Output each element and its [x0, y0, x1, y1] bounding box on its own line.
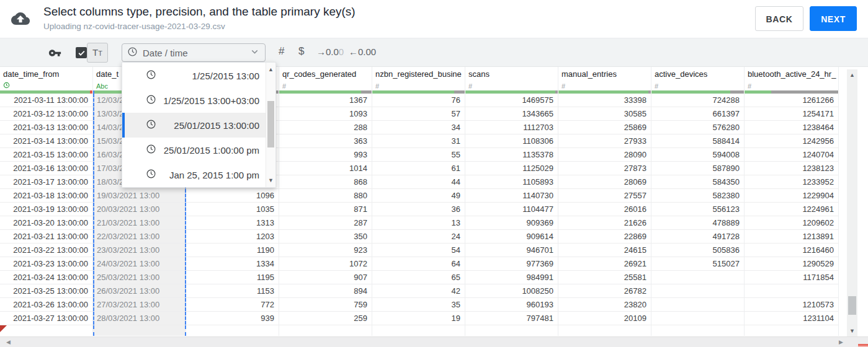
column-header-manual_entries[interactable]: manual_entries#	[558, 67, 651, 90]
vertical-scrollbar[interactable]: ▲ ▼	[847, 69, 857, 336]
cell: 19	[372, 312, 465, 325]
scroll-right-icon[interactable]: ▶	[839, 338, 843, 346]
include-column-checkbox[interactable]	[76, 47, 87, 58]
date-format-option[interactable]: 1/25/2015 13:00	[122, 63, 266, 88]
cell	[93, 325, 186, 336]
cell: 61	[372, 162, 465, 175]
cell: 55	[372, 148, 465, 161]
scroll-down-icon[interactable]: ▼	[847, 328, 857, 334]
cell: 2021-03-16 13:00:00	[0, 162, 93, 175]
cell: 65	[372, 271, 465, 284]
menu-scroll-up-icon[interactable]: ▲	[266, 65, 275, 74]
menu-scrollbar-thumb[interactable]	[267, 101, 274, 147]
cell: 21/03/2021 13:00	[93, 216, 186, 229]
cell: 24/03/2021 13:00	[93, 257, 186, 270]
increase-decimal-button[interactable]: →0.00	[316, 46, 344, 57]
cell: 31	[372, 134, 465, 147]
cell	[465, 325, 558, 336]
upload-filename: Uploading nz-covid-tracer-usage-2021-03-…	[43, 22, 225, 31]
clock-icon	[127, 46, 138, 59]
cell: 505836	[651, 244, 745, 257]
cell: 1072	[279, 257, 372, 270]
column-name: active_devices	[655, 69, 744, 79]
cell: 2021-03-22 13:00:00	[0, 244, 93, 257]
cell: 13	[372, 216, 465, 229]
cell: 2021-03-24 13:00:00	[0, 271, 93, 284]
cell	[651, 325, 745, 336]
clock-icon	[3, 82, 10, 90]
number-type-button[interactable]: #	[279, 45, 284, 58]
menu-scroll-down-icon[interactable]: ▼	[266, 176, 275, 185]
cell: 2021-03-12 13:00:00	[0, 107, 93, 120]
cell: 1014	[279, 162, 372, 175]
cell: 2021-03-17 13:00:00	[0, 175, 93, 188]
horizontal-scrollbar[interactable]: ◀ ▶	[0, 336, 868, 347]
cell	[745, 325, 839, 336]
cell: 2021-03-21 13:00:00	[0, 230, 93, 243]
cell: 909614	[465, 230, 558, 243]
cell: 2021-03-26 13:00:00	[0, 298, 93, 311]
vertical-scrollbar-thumb[interactable]	[848, 296, 856, 315]
menu-scrollbar[interactable]: ▲ ▼	[266, 63, 275, 187]
date-format-option[interactable]: Jan 25, 2015 1:00 pm	[122, 162, 266, 187]
date-format-option[interactable]: 25/01/2015 1:00:00 pm	[122, 138, 266, 162]
cell: 515027	[651, 257, 745, 270]
currency-type-button[interactable]: $	[298, 45, 304, 58]
column-header-nzbn_registered_busine[interactable]: nzbn_registered_busine#	[372, 67, 465, 90]
cell: 287	[279, 216, 372, 229]
date-format-label: 1/25/2015 13:00	[156, 71, 259, 81]
cell: 24615	[558, 244, 651, 257]
scroll-left-icon[interactable]: ◀	[6, 338, 11, 346]
cell: 587890	[651, 162, 745, 175]
cell: 907	[279, 271, 372, 284]
table-row: 2021-03-21 13:00:0022/03/2021 13:0012033…	[0, 230, 839, 244]
date-format-option[interactable]: 1/25/2015 13:00+03:00	[122, 88, 266, 113]
date-format-option[interactable]: 25/01/2015 13:00:00	[122, 113, 266, 138]
cell: 594008	[651, 148, 745, 161]
cell	[558, 325, 651, 336]
decimal-increase-label: 0.0	[326, 46, 339, 57]
cell: 909369	[465, 216, 558, 229]
cell: 1125029	[465, 162, 558, 175]
date-format-menu: 1/25/2015 13:001/25/2015 13:00+03:0025/0…	[122, 62, 276, 188]
text-type-button[interactable]: Tt	[87, 43, 108, 63]
cell: 661397	[651, 107, 745, 120]
cell	[651, 312, 745, 325]
cell: 491728	[651, 230, 745, 243]
cell: 363	[279, 134, 372, 147]
cell: 797481	[465, 312, 558, 325]
decrease-decimal-button[interactable]: ←0.00	[349, 46, 376, 57]
next-button[interactable]: NEXT	[810, 6, 857, 31]
page-title: Select columns type, precision, and the …	[43, 5, 356, 19]
scroll-up-icon[interactable]: ▲	[847, 72, 857, 78]
cell	[279, 325, 372, 336]
column-header-scans[interactable]: scans#	[465, 67, 558, 90]
cell: 871	[279, 203, 372, 216]
column-header-active_devices[interactable]: active_devices#	[651, 67, 745, 90]
column-header-bluetooth_active_24_hr_[interactable]: bluetooth_active_24_hr_#	[745, 67, 839, 90]
cell: 350	[279, 230, 372, 243]
cell: 30585	[558, 107, 651, 120]
cell: 20109	[558, 312, 651, 325]
primary-key-icon[interactable]	[48, 46, 61, 62]
date-format-label: 1/25/2015 13:00+03:00	[156, 95, 259, 106]
cell: 584350	[651, 175, 745, 188]
cell: 1216460	[745, 244, 839, 257]
column-header-date_time_from[interactable]: date_time_from	[0, 67, 93, 90]
cell: 49	[372, 189, 465, 202]
cell: 2021-03-20 13:00:00	[0, 216, 93, 229]
cell: 1135378	[465, 148, 558, 161]
cell	[0, 325, 93, 336]
date-format-label: 25/01/2015 1:00:00 pm	[156, 145, 259, 156]
cell: 946701	[465, 244, 558, 257]
cell: 993	[279, 148, 372, 161]
cell: 1290529	[745, 257, 839, 270]
column-type-select-value: Date / time	[143, 48, 249, 58]
column-header-qr_codes_generated[interactable]: qr_codes_generated#	[279, 67, 372, 90]
app-window: Select columns type, precision, and the …	[0, 0, 868, 347]
cell: 22869	[558, 230, 651, 243]
cell: 23820	[558, 298, 651, 311]
column-type-select[interactable]: Date / time	[122, 43, 266, 62]
back-button[interactable]: BACK	[755, 6, 803, 31]
cell: 894	[279, 284, 372, 297]
